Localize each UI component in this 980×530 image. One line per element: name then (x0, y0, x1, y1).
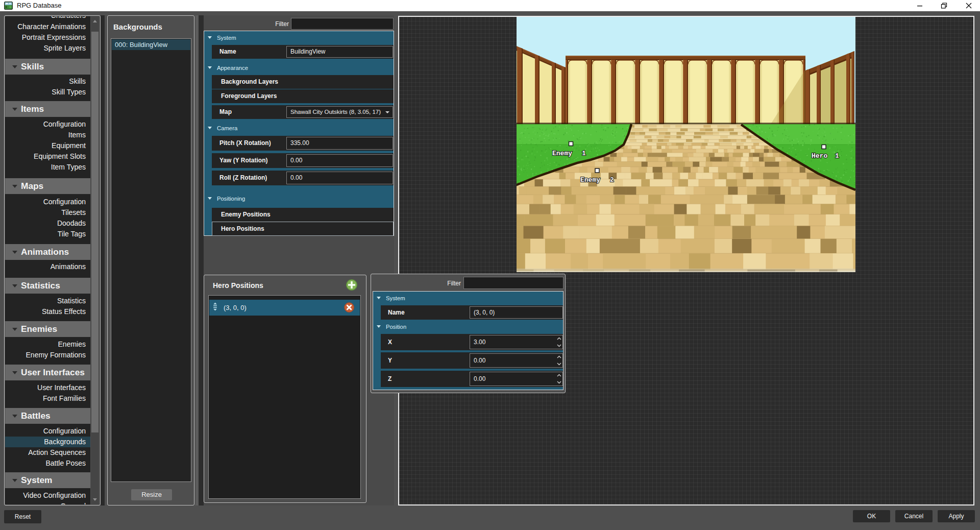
svg-text:2: 2 (610, 176, 614, 184)
svg-text:1: 1 (582, 150, 586, 157)
svg-text:1: 1 (835, 152, 839, 160)
svg-text:Hero: Hero (812, 152, 827, 160)
svg-text:Enemy: Enemy (580, 176, 600, 184)
svg-text:Enemy: Enemy (552, 150, 572, 157)
